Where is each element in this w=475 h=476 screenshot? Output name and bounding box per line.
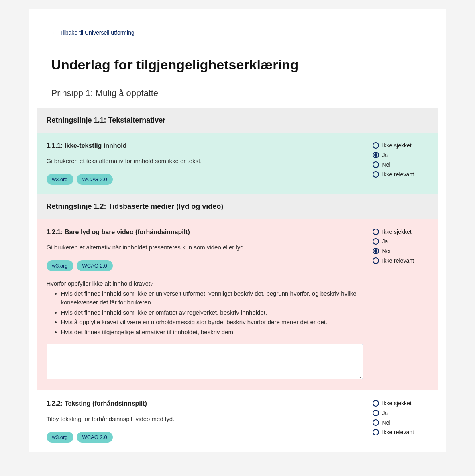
criterion-block: 1.1.1: Ikke-tekstlig innhold Gi brukeren… bbox=[37, 133, 438, 194]
tag-wcag[interactable]: WCAG 2.0 bbox=[77, 432, 113, 443]
radio-icon bbox=[373, 429, 379, 435]
page-title: Underlag for tilgjengelighetserklæring bbox=[51, 57, 424, 73]
radio-group: Ikke sjekket Ja Nei Ikke relevant bbox=[373, 229, 429, 264]
radio-label: Ikke relevant bbox=[382, 257, 414, 264]
arrow-left-icon: ← bbox=[51, 29, 57, 36]
radio-label: Ja bbox=[382, 152, 388, 158]
guideline-header: Retningslinje 1.2: Tidsbaserte medier (l… bbox=[37, 194, 438, 219]
radio-group: Ikke sjekket Ja Nei Ikke relevant bbox=[373, 400, 429, 435]
radio-icon bbox=[373, 400, 379, 407]
radio-no[interactable]: Nei bbox=[373, 248, 429, 254]
principle-heading: Prinsipp 1: Mulig å oppfatte bbox=[51, 88, 424, 98]
radio-label: Nei bbox=[382, 161, 391, 168]
radio-yes[interactable]: Ja bbox=[373, 152, 429, 158]
radio-icon bbox=[373, 410, 379, 416]
radio-icon bbox=[373, 161, 379, 168]
followup-prompt: Hvorfor oppfyller ikke alt innhold krave… bbox=[47, 280, 363, 287]
guideline-header: Retningslinje 1.1: Tekstalternativer bbox=[37, 108, 438, 133]
radio-label: Ikke sjekket bbox=[382, 142, 412, 149]
radio-label: Ikke relevant bbox=[382, 429, 414, 435]
radio-icon bbox=[373, 257, 379, 264]
radio-label: Ikke sjekket bbox=[382, 400, 412, 407]
radio-not-checked[interactable]: Ikke sjekket bbox=[373, 229, 429, 235]
criterion-block: 1.2.2: Teksting (forhåndsinnspilt) Tilby… bbox=[37, 390, 438, 452]
criterion-code: 1.2.1: bbox=[47, 229, 63, 235]
radio-icon bbox=[373, 171, 379, 178]
followup-bullet: Hvis det finnes innhold som ikke er omfa… bbox=[61, 308, 363, 317]
radio-label: Ikke relevant bbox=[382, 171, 414, 178]
radio-yes[interactable]: Ja bbox=[373, 238, 429, 245]
followup-bullet: Hvis det finnes innhold som ikke er univ… bbox=[61, 289, 363, 307]
criterion-title: 1.2.1: Bare lyd og bare video (forhåndsi… bbox=[47, 229, 363, 236]
radio-not-checked[interactable]: Ikke sjekket bbox=[373, 400, 429, 407]
radio-yes[interactable]: Ja bbox=[373, 410, 429, 416]
radio-group: Ikke sjekket Ja Nei Ikke relevant bbox=[373, 142, 429, 178]
followup-bullets: Hvis det finnes innhold som ikke er univ… bbox=[47, 289, 363, 337]
radio-icon bbox=[373, 142, 379, 149]
radio-not-relevant[interactable]: Ikke relevant bbox=[373, 171, 429, 178]
tag-w3org[interactable]: w3.org bbox=[47, 174, 73, 185]
back-link[interactable]: ← Tilbake til Universell utforming bbox=[51, 29, 135, 37]
back-link-label: Tilbake til Universell utforming bbox=[60, 29, 135, 36]
radio-no[interactable]: Nei bbox=[373, 419, 429, 426]
followup-bullet: Hvis det finnes tilgjengelige alternativ… bbox=[61, 328, 363, 337]
criterion-title: 1.2.2: Teksting (forhåndsinnspilt) bbox=[47, 400, 363, 407]
radio-no[interactable]: Nei bbox=[373, 161, 429, 168]
radio-not-relevant[interactable]: Ikke relevant bbox=[373, 257, 429, 264]
criterion-block: 1.2.1: Bare lyd og bare video (forhåndsi… bbox=[37, 219, 438, 390]
criterion-code: 1.1.1: bbox=[47, 142, 63, 149]
radio-label: Nei bbox=[382, 248, 391, 254]
tag-w3org[interactable]: w3.org bbox=[47, 432, 73, 443]
criterion-name: Ikke-tekstlig innhold bbox=[65, 142, 127, 149]
followup-textarea[interactable] bbox=[47, 344, 363, 379]
criterion-description: Gi brukeren et alternativ når innholdet … bbox=[47, 244, 363, 251]
radio-not-checked[interactable]: Ikke sjekket bbox=[373, 142, 429, 149]
followup-section: Hvorfor oppfyller ikke alt innhold krave… bbox=[47, 280, 363, 381]
criterion-name: Teksting (forhåndsinnspilt) bbox=[65, 400, 147, 407]
tag-wcag[interactable]: WCAG 2.0 bbox=[77, 174, 113, 185]
radio-not-relevant[interactable]: Ikke relevant bbox=[373, 429, 429, 435]
radio-icon bbox=[373, 229, 379, 235]
followup-bullet: Hvis å oppfylle kravet vil være en uforh… bbox=[61, 318, 363, 327]
radio-label: Ja bbox=[382, 410, 388, 416]
radio-icon bbox=[373, 238, 379, 245]
radio-icon bbox=[373, 152, 379, 158]
criterion-description: Tilby teksting for forhåndsinnspilt vide… bbox=[47, 415, 363, 422]
radio-label: Ikke sjekket bbox=[382, 229, 412, 235]
tag-w3org[interactable]: w3.org bbox=[47, 260, 73, 271]
radio-icon bbox=[373, 419, 379, 426]
criterion-description: Gi brukeren et tekstalternativ for innho… bbox=[47, 157, 363, 164]
criterion-title: 1.1.1: Ikke-tekstlig innhold bbox=[47, 142, 363, 149]
radio-label: Ja bbox=[382, 238, 388, 245]
criterion-name: Bare lyd og bare video (forhåndsinnspilt… bbox=[65, 229, 190, 235]
radio-icon bbox=[373, 248, 379, 254]
tag-wcag[interactable]: WCAG 2.0 bbox=[77, 260, 113, 271]
radio-label: Nei bbox=[382, 419, 391, 426]
criterion-code: 1.2.2: bbox=[47, 400, 63, 407]
